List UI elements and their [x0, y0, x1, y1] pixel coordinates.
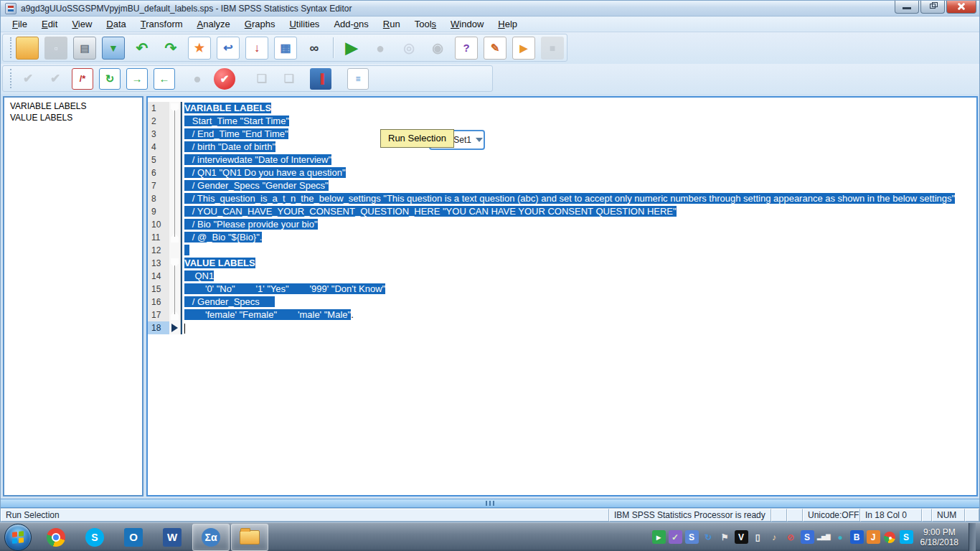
menu-run[interactable]: Run — [376, 17, 407, 31]
menu-add-ons[interactable]: Add-ons — [326, 17, 375, 31]
tray-bluetooth-icon[interactable]: B — [850, 530, 864, 544]
tray-sync-icon[interactable]: ↻ — [702, 530, 715, 544]
comment-selection-icon[interactable]: /* — [72, 68, 93, 90]
syntax-text-area[interactable]: 1VARIABLE LABELS2 Start_Time "Start Time… — [148, 98, 976, 495]
open-file-icon[interactable] — [16, 37, 39, 60]
menu-view[interactable]: View — [65, 17, 99, 31]
tray-action-center-icon[interactable]: ⚑ — [718, 530, 732, 544]
goto-case-icon[interactable]: ★ — [188, 37, 211, 60]
indent-left-icon[interactable]: ← — [154, 68, 175, 90]
line-text: / End_Time "End Time" — [182, 128, 976, 141]
menu-analyze[interactable]: Analyze — [190, 17, 237, 31]
taskbar-spss-button[interactable]: Σα — [192, 524, 230, 551]
taskbar-word-button[interactable]: W — [154, 524, 191, 551]
pane-splitter[interactable] — [1, 499, 979, 508]
tray-skype-icon[interactable]: S — [900, 530, 913, 544]
taskbar-explorer-button[interactable] — [231, 524, 268, 551]
undo-icon[interactable]: ↶ — [131, 37, 154, 60]
menu-tools[interactable]: Tools — [407, 17, 443, 31]
line-text: / @_Bio "${Bio}". — [182, 231, 976, 244]
tray-globe-icon[interactable]: ● — [834, 530, 847, 544]
title-bar[interactable]: a9gd3gUUoSSGSPMVpyjmBU_default_labels.sp… — [1, 1, 979, 17]
tray-vnc-icon[interactable]: V — [735, 530, 748, 544]
bookmark-icon[interactable]: ▐ — [310, 68, 331, 90]
taskbar-clock[interactable]: 9:00 PM 6/18/2018 — [916, 527, 966, 547]
taskbar-outlook-icon: O — [124, 528, 143, 547]
clear-breakpoints-icon: ✔ — [44, 68, 66, 90]
tray-mute-icon[interactable]: ⊘ — [784, 530, 798, 544]
editor-line-2: 2 Start_Time "Start Time" — [148, 115, 976, 128]
navigator-item-variable-labels[interactable]: VARIABLE LABELS — [6, 100, 141, 112]
toolbar-main: ▫▤▼↶↷★↩↓▦∞▶●◎◉?✎▶■ — [1, 32, 979, 64]
run-selection-icon[interactable]: ▶ — [340, 37, 363, 60]
new-syntax-icon[interactable]: ≡ — [347, 68, 369, 90]
status-bar: Run SelectionIBM SPSS Statistics Process… — [1, 508, 979, 522]
active-breakpoint-icon[interactable]: ✔ — [214, 68, 235, 90]
insert-variable-icon[interactable]: ↓ — [245, 37, 268, 60]
clock-date: 6/18/2018 — [920, 537, 958, 547]
tray-swirl-icon[interactable]: S — [685, 530, 699, 544]
tray-remote-icon[interactable]: ▸ — [652, 530, 666, 544]
line-number: 9 — [148, 205, 169, 218]
tray-chrome-icon[interactable] — [883, 530, 897, 544]
editor-line-11: 11 / @_Bio "${Bio}". — [148, 231, 976, 244]
menu-transform[interactable]: Transform — [133, 17, 190, 31]
line-text: / QN1 "QN1 Do you have a question" — [182, 166, 976, 179]
menu-file[interactable]: File — [5, 17, 34, 31]
minimize-button[interactable] — [895, 1, 919, 14]
find-icon[interactable]: ∞ — [303, 37, 326, 60]
region-line-marker — [169, 205, 181, 218]
tray-signal-icon[interactable]: ▂▅▇ — [817, 530, 831, 544]
editor-line-16: 16 / Gender_Specs — [148, 296, 976, 309]
menu-data[interactable]: Data — [99, 17, 133, 31]
redo-icon[interactable]: ↷ — [159, 37, 182, 60]
navigator-item-value-labels[interactable]: VALUE LABELS — [6, 112, 141, 123]
menu-window[interactable]: Window — [443, 17, 491, 31]
menu-utilities[interactable]: Utilities — [282, 17, 326, 31]
region-line-marker — [169, 179, 181, 192]
close-button[interactable] — [946, 1, 976, 14]
variables-list-icon[interactable]: ▦ — [274, 37, 297, 60]
toolbar-grip[interactable] — [10, 37, 11, 58]
start-button[interactable] — [4, 524, 32, 551]
syntax-help-icon[interactable]: ? — [455, 37, 478, 60]
line-number: 6 — [148, 166, 169, 179]
line-number: 16 — [148, 296, 169, 309]
toolbar-grip[interactable] — [10, 69, 13, 88]
recall-dialog-icon[interactable]: ▼ — [102, 37, 125, 60]
indent-right-icon[interactable]: → — [126, 68, 148, 90]
region-line-marker — [169, 296, 181, 309]
goto-variable-icon[interactable]: ↩ — [217, 37, 240, 60]
tray-battery-icon[interactable]: ▯ — [751, 530, 765, 544]
menu-graphs[interactable]: Graphs — [237, 17, 283, 31]
line-number: 7 — [148, 179, 169, 192]
line-number: 13 — [148, 257, 169, 270]
windows-taskbar: SOWΣα ▸✓S↻⚑V▯♪⊘S▂▅▇●BJS 9:00 PM 6/18/201… — [0, 522, 980, 551]
toolbar-syntax: ✔✔/*↻→←●✔❏❏▐≡ DataSet1 Run Selection — [1, 64, 979, 94]
tray-shield-icon[interactable]: S — [801, 530, 814, 544]
taskbar-outlook-button[interactable]: O — [115, 524, 152, 551]
line-number: 11 — [148, 231, 169, 244]
taskbar-chrome-button[interactable] — [37, 524, 75, 551]
print-icon[interactable]: ▤ — [73, 37, 96, 60]
menu-edit[interactable]: Edit — [34, 17, 65, 31]
tray-volume-icon[interactable]: ♪ — [768, 530, 781, 544]
line-number: 5 — [148, 154, 169, 166]
tray-tasks-icon[interactable]: ✓ — [669, 530, 682, 544]
tray-java-icon[interactable]: J — [867, 530, 880, 544]
text-caret — [184, 324, 185, 334]
line-number: 1 — [148, 102, 169, 115]
chrome-icon — [884, 532, 895, 543]
show-desktop-button[interactable] — [969, 523, 976, 551]
status-unicode-off: Unicode:OFF — [803, 509, 860, 522]
taskbar-skype-icon: S — [85, 528, 104, 547]
region-line-marker — [169, 141, 181, 154]
taskbar-skype-button[interactable]: S — [76, 524, 113, 551]
editor-line-13: 13VALUE LABELS — [148, 257, 976, 270]
restore-button[interactable] — [920, 1, 945, 14]
menu-help[interactable]: Help — [491, 17, 524, 31]
edit-script-icon[interactable]: ✎ — [484, 37, 507, 60]
run-script-icon[interactable]: ▶ — [512, 37, 535, 60]
editor-line-8: 8 / This_question_is_a_t_n_the_below_set… — [148, 192, 976, 205]
auto-indent-icon[interactable]: ↻ — [99, 68, 121, 90]
